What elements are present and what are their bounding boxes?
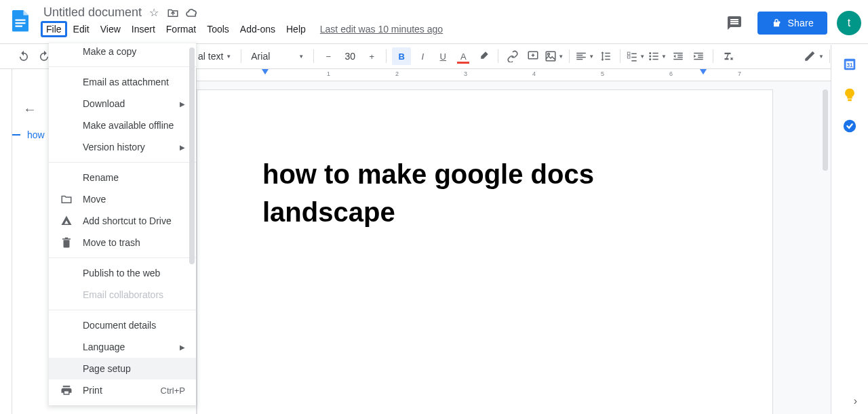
menu-item-page-setup[interactable]: Page setup [49, 358, 196, 379]
menu-addons[interactable]: Add-ons [235, 21, 280, 37]
star-icon[interactable]: ☆ [147, 6, 161, 20]
svg-rect-0 [16, 20, 26, 21]
submenu-arrow-icon: ▶ [180, 144, 185, 151]
menu-view[interactable]: View [96, 21, 125, 37]
menu-item-download[interactable]: Download▶ [49, 93, 196, 115]
right-indent-marker[interactable] [700, 69, 707, 75]
menu-file[interactable]: File [41, 21, 67, 37]
increase-indent-button[interactable] [690, 47, 707, 65]
line-spacing-button[interactable] [597, 47, 614, 65]
keep-app-icon[interactable] [842, 87, 858, 103]
share-button[interactable]: Share [757, 12, 827, 35]
document-page[interactable]: how to make google docs landscape [197, 89, 773, 414]
horizontal-ruler[interactable]: 1 2 3 4 5 6 7 [197, 69, 831, 81]
svg-point-6 [548, 54, 550, 56]
menu-tools[interactable]: Tools [202, 21, 234, 37]
menu-item-publish[interactable]: Publish to the web [49, 262, 196, 284]
svg-point-11 [649, 58, 651, 60]
svg-rect-1 [16, 22, 26, 24]
align-button[interactable]: ▼ [575, 47, 594, 65]
insert-link-button[interactable] [504, 47, 521, 65]
menu-item-rename[interactable]: Rename [49, 167, 196, 188]
add-comment-button[interactable] [524, 47, 542, 65]
folder-move-icon [60, 192, 73, 206]
menu-help[interactable]: Help [281, 21, 311, 37]
submenu-arrow-icon: ▶ [180, 344, 185, 351]
last-edit-link[interactable]: Last edit was 10 minutes ago [320, 24, 443, 35]
left-indent-marker[interactable] [262, 69, 269, 75]
move-folder-icon[interactable] [166, 6, 180, 20]
comments-button[interactable] [721, 9, 748, 37]
vertical-ruler [0, 69, 12, 414]
undo-button[interactable] [15, 47, 33, 65]
menu-item-email-attachment[interactable]: Email as attachment [49, 71, 196, 93]
italic-button[interactable]: I [414, 47, 431, 65]
svg-rect-5 [547, 51, 556, 61]
font-size-input[interactable]: 30 [340, 51, 360, 62]
tasks-app-icon[interactable] [842, 118, 858, 134]
calendar-app-icon[interactable]: 31 [842, 56, 858, 72]
menu-item-version-history[interactable]: Version history▶ [49, 136, 196, 158]
clear-formatting-button[interactable] [719, 47, 736, 65]
decrease-indent-button[interactable] [669, 47, 687, 65]
menu-item-document-details[interactable]: Document details [49, 314, 196, 336]
file-menu-dropdown: Make a copy Email as attachment Download… [49, 43, 196, 405]
insert-image-button[interactable]: ▼ [545, 47, 564, 65]
svg-rect-7 [627, 52, 630, 55]
menu-item-make-copy[interactable]: Make a copy [49, 43, 196, 62]
bulleted-list-button[interactable]: ▼ [648, 47, 667, 65]
document-title[interactable]: Untitled document [43, 5, 142, 20]
docs-logo[interactable] [7, 7, 34, 34]
paragraph-style-dropdown[interactable]: al text▼ [194, 51, 235, 62]
font-family-dropdown[interactable]: Arial▼ [247, 51, 308, 62]
svg-point-9 [649, 52, 651, 54]
trash-icon [60, 236, 73, 249]
share-label: Share [787, 18, 814, 28]
highlight-button[interactable] [475, 47, 492, 65]
print-icon [60, 384, 73, 397]
menu-item-language[interactable]: Language▶ [49, 336, 196, 358]
outline-marker [11, 134, 20, 136]
bold-button[interactable]: B [392, 47, 411, 65]
document-body-text[interactable]: how to make google docs landscape [262, 155, 707, 231]
cloud-status-icon[interactable] [185, 6, 199, 20]
menu-scrollbar[interactable] [188, 47, 195, 401]
drive-shortcut-icon [60, 214, 73, 228]
menu-edit[interactable]: Edit [68, 21, 94, 37]
font-size-increase[interactable]: + [363, 47, 380, 65]
submenu-arrow-icon: ▶ [180, 100, 185, 108]
menu-item-print[interactable]: PrintCtrl+P [49, 379, 196, 401]
svg-rect-2 [16, 26, 23, 27]
svg-rect-15 [848, 99, 852, 101]
editing-mode-button[interactable]: ▼ [804, 47, 824, 65]
side-panel: 31 › [831, 45, 868, 414]
menu-item-add-shortcut[interactable]: Add shortcut to Drive [49, 210, 196, 232]
account-avatar[interactable]: t [837, 11, 861, 35]
menu-item-email-collaborators: Email collaborators [49, 284, 196, 306]
underline-button[interactable]: U [434, 47, 452, 65]
menu-item-move[interactable]: Move [49, 188, 196, 210]
svg-point-10 [649, 56, 651, 58]
text-color-button[interactable]: A [454, 47, 472, 65]
vertical-scrollbar[interactable] [821, 89, 828, 407]
svg-text:31: 31 [846, 62, 853, 68]
side-panel-toggle[interactable]: › [854, 395, 857, 407]
menu-insert[interactable]: Insert [127, 21, 160, 37]
svg-rect-8 [627, 56, 630, 58]
menu-format[interactable]: Format [161, 21, 201, 37]
checklist-button[interactable]: ▼ [626, 47, 645, 65]
menu-item-offline[interactable]: Make available offline [49, 115, 196, 136]
font-size-decrease[interactable]: − [319, 47, 337, 65]
menu-item-trash[interactable]: Move to trash [49, 232, 196, 253]
